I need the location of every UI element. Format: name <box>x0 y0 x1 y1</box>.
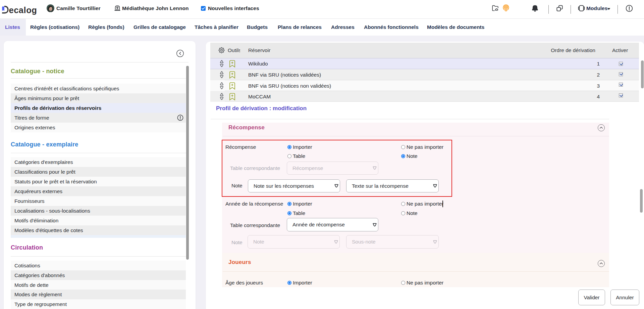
svg-text:ecalog: ecalog <box>9 5 37 15</box>
